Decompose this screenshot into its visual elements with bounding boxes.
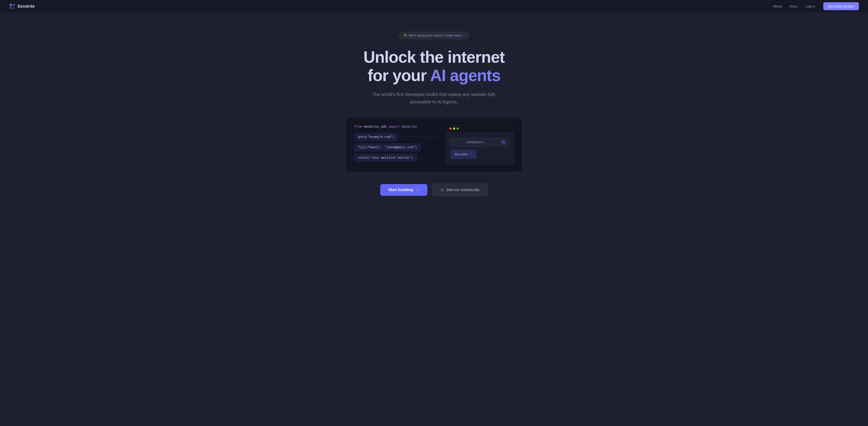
nav-docs[interactable]: Docs xyxy=(790,4,798,8)
browser-dot-yellow xyxy=(453,127,455,130)
discord-icon: ☉ xyxy=(440,188,444,192)
code-pill-click: click("Join waitlist button") xyxy=(354,154,417,162)
nav-cta-button[interactable]: Get Early Access xyxy=(823,2,859,10)
code-click-text: click("Join waitlist button") xyxy=(358,156,413,160)
nav-about[interactable]: About xyxy=(773,4,782,8)
hero-section: 🎋 We're going open source! Learn more → … xyxy=(0,0,868,210)
browser-button-label: Join waitlist xyxy=(454,153,468,156)
start-building-label: Start building xyxy=(388,188,413,192)
browser-content: john@gmail.c... ✓ Join waitlist ☞ xyxy=(446,132,514,164)
code-dots-2 xyxy=(424,147,440,148)
hero-heading: Unlock the internet for your AI agents xyxy=(364,48,505,84)
badge-learn-label: Learn more xyxy=(445,34,461,37)
svg-rect-3 xyxy=(13,7,15,9)
browser-mockup: john@gmail.c... ✓ Join waitlist ☞ xyxy=(446,125,514,164)
code-import-kw: import xyxy=(388,125,400,129)
code-line-fill: fill("Email", "john@gmail.com") xyxy=(354,143,440,151)
hero-heading-line1: Unlock the internet xyxy=(364,48,505,66)
badge-emoji: 🎋 xyxy=(403,33,407,37)
browser-bar xyxy=(446,125,514,132)
browser-dot-red xyxy=(450,127,452,130)
nav-links: About Docs Log in Get Early Access xyxy=(773,4,859,8)
browser-field-text: john@gmail.c... xyxy=(454,141,499,144)
code-block: from dendrite_sdk import Dendrite goto("… xyxy=(354,125,440,164)
badge-learn-link[interactable]: Learn more → xyxy=(445,34,465,37)
code-dots-3 xyxy=(421,158,440,158)
code-pill-goto: goto("example.com") xyxy=(354,133,398,141)
code-dots-1 xyxy=(402,137,440,137)
logo-text: Dendrite xyxy=(18,4,35,9)
announcement-badge: 🎋 We're going open source! Learn more → xyxy=(399,32,469,39)
hero-heading-accent: AI agents xyxy=(430,66,500,84)
hero-subtext: The world's first developer toolkit that… xyxy=(371,91,497,106)
logo-icon xyxy=(9,3,16,9)
code-line-goto: goto("example.com") xyxy=(354,133,440,141)
navbar: Dendrite About Docs Log in Get Early Acc… xyxy=(0,0,868,13)
join-community-button[interactable]: ☉ Join our community xyxy=(432,183,488,196)
code-module: dendrite_sdk xyxy=(364,125,388,129)
browser-dot-green xyxy=(457,127,459,130)
start-building-button[interactable]: Start building → xyxy=(380,184,428,196)
code-line-click: click("Join waitlist button") xyxy=(354,154,440,162)
badge-arrow: → xyxy=(462,34,465,37)
hero-heading-accent-text: AI agents xyxy=(430,66,500,84)
badge-text: We're going open source! xyxy=(409,34,443,37)
svg-rect-2 xyxy=(10,7,12,9)
code-import-line: from dendrite_sdk import Dendrite xyxy=(354,125,440,129)
browser-cursor-icon: ☞ xyxy=(470,152,473,157)
code-from-kw: from xyxy=(354,125,362,129)
code-goto-text: goto("example.com") xyxy=(358,135,394,139)
code-pill-fill: fill("Email", "john@gmail.com") xyxy=(354,143,421,151)
nav-login[interactable]: Log in xyxy=(806,4,815,8)
code-class: Dendrite xyxy=(402,125,417,129)
browser-field-check-icon: ✓ xyxy=(501,140,506,144)
cta-row: Start building → ☉ Join our community xyxy=(380,183,488,196)
demo-area: from dendrite_sdk import Dendrite goto("… xyxy=(346,117,522,172)
browser-join-button: Join waitlist ☞ xyxy=(451,150,476,159)
svg-rect-0 xyxy=(10,4,12,6)
svg-rect-1 xyxy=(13,4,15,6)
join-community-label: Join our community xyxy=(446,188,479,192)
hero-heading-line2-plain: for your xyxy=(368,66,426,84)
code-fill-text: fill("Email", "john@gmail.com") xyxy=(358,146,417,149)
logo-link[interactable]: Dendrite xyxy=(9,3,35,9)
browser-email-field: john@gmail.c... ✓ xyxy=(451,138,509,147)
start-building-arrow: → xyxy=(415,188,419,192)
